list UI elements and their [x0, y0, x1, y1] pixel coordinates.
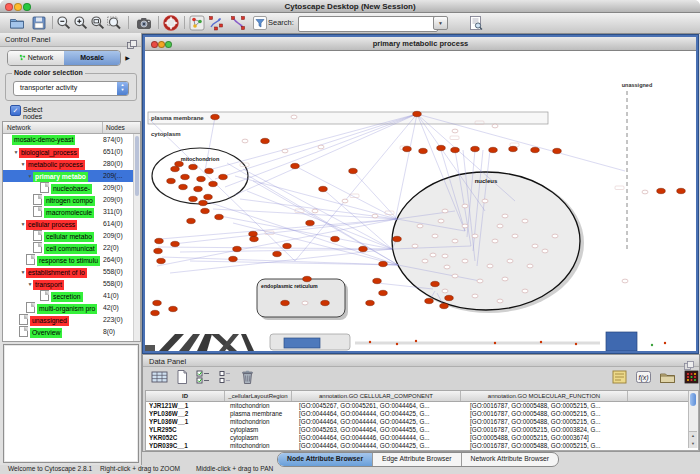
- table-row[interactable]: YDR039C__1mitochondrion[GO:0044464, GO:0…: [146, 442, 698, 450]
- select-nodes-checkbox[interactable]: ✓: [10, 105, 21, 116]
- tree-row-primary-metabo[interactable]: ▼primary metabo209(...: [3, 170, 134, 182]
- tree-row-nucleobase-[interactable]: nucleobase-209(0): [3, 182, 134, 194]
- main-toolbar: Search: ▼: [0, 13, 700, 34]
- attribute-editor-icon[interactable]: [611, 369, 628, 385]
- network-view-title: primary metabolic process: [145, 39, 696, 48]
- table-row[interactable]: YPL036W__2plasma membrane[GO:0044464, GO…: [146, 410, 698, 418]
- file-icon: [33, 206, 42, 217]
- float-data-panel-icon[interactable]: [684, 356, 694, 365]
- tab-network[interactable]: Network: [8, 51, 64, 65]
- control-panel: Control Panel Network Mosaic ▶ Node colo…: [0, 33, 142, 465]
- tree-row-secretion[interactable]: secretion41(0): [3, 290, 134, 302]
- file-icon: [33, 242, 42, 253]
- application-window: Cytoscape Desktop (New Session) Search: …: [0, 0, 700, 474]
- control-panel-tabs: Network Mosaic: [7, 50, 121, 66]
- tree-row-response-to-stimulu[interactable]: response to stimulu264(0): [3, 254, 134, 266]
- table-row[interactable]: YPL036W__1mitochondrion[GO:0044464, GO:0…: [146, 418, 698, 426]
- group-label: Node color selection: [12, 69, 85, 76]
- file-icon: [26, 302, 35, 313]
- merge-networks-icon[interactable]: [230, 15, 246, 31]
- filter-icon[interactable]: [252, 15, 268, 31]
- status-hint-pan: Middle-click + drag to PAN: [196, 465, 273, 472]
- tree-row-biological-process[interactable]: ▼biological_process651(0): [3, 146, 134, 158]
- window-title: Cytoscape Desktop (New Session): [0, 2, 700, 11]
- tab-overflow-icon[interactable]: ▶: [121, 50, 134, 66]
- search-input[interactable]: [298, 16, 438, 32]
- file-icon: [40, 182, 49, 193]
- network-view-frame[interactable]: primary metabolic process plasma membran…: [142, 34, 699, 354]
- tree-row-establishment-of-lo[interactable]: ▼establishment of lo558(0): [3, 266, 134, 278]
- tree-row-cell-communicat[interactable]: cell communicat22(0): [3, 242, 134, 254]
- import-attributes-icon[interactable]: [659, 369, 676, 385]
- control-panel-title: Control Panel: [5, 35, 50, 44]
- tree-row-multi-organism-pro[interactable]: multi-organism pro42(0): [3, 302, 134, 314]
- tree-row-cellular-process[interactable]: ▼cellular process614(0): [3, 218, 134, 230]
- tree-row-metabolic-process[interactable]: ▼metabolic process280(0): [3, 158, 134, 170]
- snapshot-icon[interactable]: [136, 15, 152, 31]
- network-tree: Network Nodes mosaic-demo-yeast874(0)▼bi…: [2, 121, 141, 342]
- help-icon[interactable]: [163, 15, 179, 31]
- file-icon: [26, 254, 35, 265]
- data-panel-toolbar: f(x): [143, 366, 699, 390]
- scrollbar-arrows-icon[interactable]: ▲▼: [689, 431, 697, 448]
- nucleus-region: [392, 172, 580, 310]
- zoom-in-icon[interactable]: [73, 15, 89, 31]
- status-bar: Welcome to Cytoscape 2.8.1 Right-click +…: [0, 464, 700, 474]
- new-attribute-icon[interactable]: [173, 369, 190, 385]
- zoom-out-icon[interactable]: [56, 15, 72, 31]
- save-session-icon[interactable]: [31, 15, 47, 31]
- cytoplasm-label: cytoplasm: [151, 131, 181, 137]
- table-scrollbar[interactable]: ▲▼: [688, 391, 698, 448]
- table-scrollbar-thumb[interactable]: [690, 393, 696, 406]
- float-panel-icon[interactable]: [127, 35, 137, 44]
- control-panel-header: Control Panel: [0, 33, 141, 47]
- node-color-selection-group: Node color selection transporter activit…: [5, 73, 137, 101]
- search-label: Search:: [268, 18, 294, 27]
- table-row[interactable]: YKR052Ccytoplasm[GO:0044464, GO:0044446,…: [146, 434, 698, 442]
- tab-mosaic[interactable]: Mosaic: [64, 51, 120, 65]
- color-attribute-dropdown[interactable]: transporter activity ▲▼: [13, 81, 129, 96]
- tree-row-overview[interactable]: Overview8(0): [3, 326, 134, 338]
- unselect-attributes-icon[interactable]: [217, 369, 234, 385]
- attribute-table[interactable]: ID _cellularLayoutRegion annotation.GO C…: [145, 390, 699, 451]
- search-options-icon[interactable]: [468, 15, 484, 31]
- select-attributes-icon[interactable]: [195, 369, 212, 385]
- tree-row-cellular-metabo[interactable]: cellular metabo209(0): [3, 230, 134, 242]
- vizmapper-icon[interactable]: [189, 15, 205, 31]
- attribute-grid-icon[interactable]: [151, 369, 168, 385]
- plasma-membrane-region: [148, 112, 548, 124]
- search-dropdown-icon[interactable]: ▼: [433, 16, 448, 30]
- zoom-selected-icon[interactable]: [90, 15, 106, 31]
- network-view-titlebar[interactable]: primary metabolic process: [145, 37, 696, 51]
- mitochondrion-label: mitochondrion: [181, 156, 220, 162]
- network-canvas[interactable]: plasma membrane cytoplasm nucleus mitoch…: [145, 51, 696, 351]
- attribute-table-header[interactable]: ID _cellularLayoutRegion annotation.GO C…: [146, 391, 698, 402]
- partially-visible-network-content: [145, 332, 666, 351]
- file-icon: [33, 194, 42, 205]
- file-icon: [40, 290, 49, 301]
- status-hint-zoom: Right-click + drag to ZOOM: [100, 465, 180, 472]
- svg-text:f(x): f(x): [638, 374, 648, 382]
- delete-attribute-icon[interactable]: [239, 369, 256, 385]
- tree-row-mosaic-demo-yeast[interactable]: mosaic-demo-yeast874(0): [3, 134, 134, 146]
- birds-eye-view[interactable]: [3, 344, 139, 463]
- tree-header[interactable]: Network Nodes: [3, 122, 140, 134]
- matrix-view-icon[interactable]: [683, 369, 700, 385]
- data-panel: Data Panel f(x) ID _cellularLayoutRegion…: [142, 354, 700, 452]
- open-session-icon[interactable]: [9, 15, 25, 31]
- tree-row-nitrogen-compo[interactable]: nitrogen compo209(0): [3, 194, 134, 206]
- zoom-fit-icon[interactable]: [106, 15, 122, 31]
- formula-builder-icon[interactable]: f(x): [635, 369, 652, 385]
- tree-row-transport[interactable]: ▼transport558(0): [3, 278, 134, 290]
- table-row[interactable]: YJR121W__1mitochondrion[GO:0045267, GO:0…: [146, 402, 698, 410]
- dropdown-stepper-icon: ▲▼: [117, 82, 128, 95]
- tree-row-macromolecule[interactable]: macromolecule311(0): [3, 206, 134, 218]
- plasma-membrane-label: plasma membrane: [151, 115, 204, 121]
- tree-row-unassigned[interactable]: unassigned223(0): [3, 314, 134, 326]
- status-welcome: Welcome to Cytoscape 2.8.1: [8, 465, 92, 472]
- tree-scrollbar[interactable]: [133, 134, 140, 341]
- endoplasmic-reticulum-label: endoplasmic reticulum: [261, 283, 318, 289]
- window-titlebar[interactable]: Cytoscape Desktop (New Session): [0, 0, 700, 13]
- table-row[interactable]: YLR295Ccytoplasm[GO:0045263, GO:0044464,…: [146, 426, 698, 434]
- annotate-network-icon[interactable]: [208, 15, 224, 31]
